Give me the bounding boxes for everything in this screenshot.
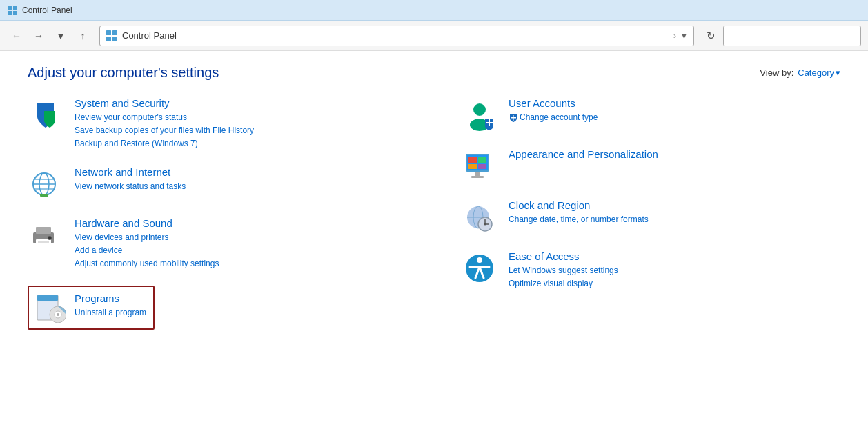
main-content: Adjust your computer's settings View by:… xyxy=(0,51,868,429)
ease-of-access-info: Ease of Access Let Windows suggest setti… xyxy=(509,250,840,290)
hardware-sound-info: Hardware and Sound View devices and prin… xyxy=(75,217,406,271)
svg-point-19 xyxy=(48,237,51,239)
recent-button[interactable]: ▼ xyxy=(51,26,70,46)
svg-rect-2 xyxy=(8,11,12,15)
svg-rect-0 xyxy=(8,6,12,10)
category-network-internet: Network and Internet View network status… xyxy=(28,166,406,202)
view-by-label: View by: xyxy=(760,68,793,78)
system-security-icon xyxy=(28,97,63,133)
svg-rect-35 xyxy=(468,164,477,169)
category-ease-of-access: Ease of Access Let Windows suggest setti… xyxy=(462,250,840,290)
view-by: View by: Category ▾ xyxy=(760,68,840,78)
svg-rect-33 xyxy=(468,157,477,163)
page-title: Adjust your computer's settings xyxy=(28,65,219,81)
system-security-link-2[interactable]: Save backup copies of your files with Fi… xyxy=(75,124,406,137)
svg-rect-36 xyxy=(478,164,486,169)
title-bar: Control Panel xyxy=(0,0,868,21)
forward-button[interactable]: → xyxy=(29,26,48,46)
nav-bar: ← → ▼ ↑ Control Panel › ▼ ↻ xyxy=(0,21,868,51)
svg-rect-3 xyxy=(13,11,17,15)
appearance-title[interactable]: Appearance and Personalization xyxy=(509,148,840,160)
network-internet-info: Network and Internet View network status… xyxy=(75,166,406,193)
svg-rect-1 xyxy=(13,6,17,10)
svg-rect-28 xyxy=(489,119,490,126)
shield-badge-icon xyxy=(509,113,518,123)
address-bar[interactable]: Control Panel › ▼ xyxy=(99,26,694,46)
hardware-sound-title[interactable]: Hardware and Sound xyxy=(75,217,406,229)
ease-of-access-link-2[interactable]: Optimize visual display xyxy=(509,277,840,290)
title-bar-icon xyxy=(7,5,18,16)
svg-rect-38 xyxy=(471,176,484,178)
clock-region-info: Clock and Region Change date, time, or n… xyxy=(509,199,840,226)
network-internet-title[interactable]: Network and Internet xyxy=(75,166,406,178)
left-column: System and Security Review your computer… xyxy=(28,97,406,345)
svg-rect-6 xyxy=(106,37,111,41)
view-by-category: Category xyxy=(798,68,834,78)
view-by-chevron: ▾ xyxy=(836,68,840,78)
page-header: Adjust your computer's settings View by:… xyxy=(28,65,840,81)
programs-link-1[interactable]: Uninstall a program xyxy=(75,306,146,319)
ease-of-access-icon xyxy=(462,250,497,286)
user-accounts-link-1[interactable]: Change account type xyxy=(509,111,840,124)
svg-rect-15 xyxy=(36,227,51,234)
svg-point-47 xyxy=(477,257,482,263)
address-dropdown-chevron[interactable]: ▼ xyxy=(680,32,688,40)
svg-rect-7 xyxy=(112,37,117,41)
category-programs: Programs Uninstall a program xyxy=(28,286,406,330)
system-security-title[interactable]: System and Security xyxy=(75,97,406,109)
svg-point-25 xyxy=(473,103,486,116)
category-user-accounts: User Accounts Change account type xyxy=(462,97,840,133)
user-accounts-icon xyxy=(462,97,497,133)
address-separator: › xyxy=(673,30,676,41)
svg-rect-17 xyxy=(38,241,49,243)
address-text: Control Panel xyxy=(122,30,669,41)
svg-rect-34 xyxy=(478,157,486,163)
title-bar-text: Control Panel xyxy=(22,6,72,15)
category-hardware-sound: Hardware and Sound View devices and prin… xyxy=(28,217,406,271)
view-by-value[interactable]: Category ▾ xyxy=(798,68,840,78)
network-internet-link-1[interactable]: View network status and tasks xyxy=(75,180,406,193)
refresh-button[interactable]: ↻ xyxy=(701,26,720,46)
hardware-sound-link-1[interactable]: View devices and printers xyxy=(75,231,406,244)
clock-region-link-1[interactable]: Change date, time, or number formats xyxy=(509,213,840,226)
category-system-security: System and Security Review your computer… xyxy=(28,97,406,151)
hardware-sound-link-2[interactable]: Add a device xyxy=(75,244,406,257)
svg-rect-30 xyxy=(513,115,514,121)
categories-grid: System and Security Review your computer… xyxy=(28,97,840,345)
programs-title[interactable]: Programs xyxy=(75,292,146,304)
user-accounts-info: User Accounts Change account type xyxy=(509,97,840,124)
appearance-info: Appearance and Personalization xyxy=(509,148,840,162)
category-clock-region: Clock and Region Change date, time, or n… xyxy=(462,199,840,235)
search-input[interactable] xyxy=(723,26,861,46)
hardware-sound-link-3[interactable]: Adjust commonly used mobility settings xyxy=(75,257,406,270)
category-appearance: Appearance and Personalization xyxy=(462,148,840,184)
hardware-sound-icon xyxy=(28,217,63,253)
address-bar-icon xyxy=(106,30,118,42)
system-security-link-3[interactable]: Backup and Restore (Windows 7) xyxy=(75,137,406,150)
ease-of-access-link-1[interactable]: Let Windows suggest settings xyxy=(509,264,840,277)
clock-region-icon xyxy=(462,199,497,235)
svg-rect-13 xyxy=(40,194,48,197)
clock-region-title[interactable]: Clock and Region xyxy=(509,199,840,211)
svg-rect-5 xyxy=(112,30,117,35)
up-button[interactable]: ↑ xyxy=(73,26,92,46)
appearance-icon xyxy=(462,148,497,184)
network-internet-icon xyxy=(28,166,63,202)
ease-of-access-title[interactable]: Ease of Access xyxy=(509,250,840,262)
system-security-link-1[interactable]: Review your computer's status xyxy=(75,111,406,124)
back-button[interactable]: ← xyxy=(7,26,26,46)
programs-info: Programs Uninstall a program xyxy=(75,292,146,319)
programs-box: Programs Uninstall a program xyxy=(28,286,155,330)
svg-rect-21 xyxy=(37,295,58,301)
user-accounts-title[interactable]: User Accounts xyxy=(509,97,840,109)
programs-icon xyxy=(36,292,66,323)
svg-rect-37 xyxy=(475,172,480,176)
system-security-info: System and Security Review your computer… xyxy=(75,97,406,151)
svg-rect-4 xyxy=(106,30,111,35)
right-column: User Accounts Change account type xyxy=(462,97,840,345)
svg-point-24 xyxy=(57,313,59,316)
